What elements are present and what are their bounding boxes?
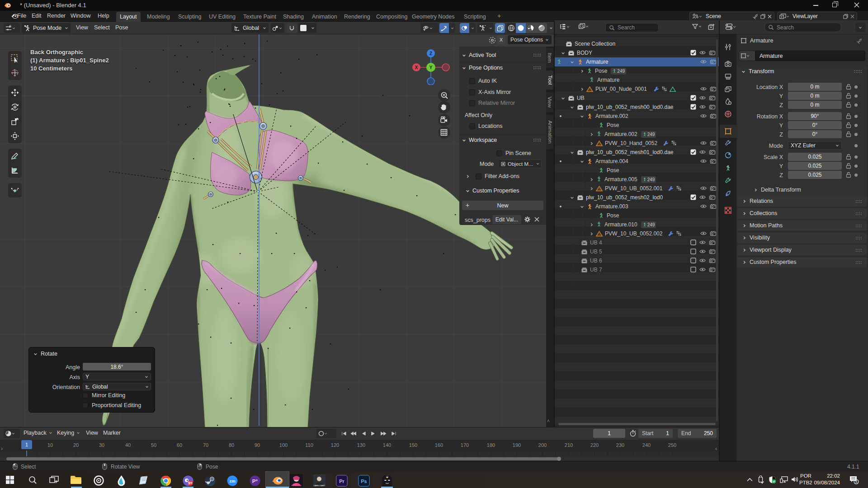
svg-text:DARK DIARY: DARK DIARY bbox=[314, 484, 326, 487]
svg-text:Pxx Browser: Pxx Browser bbox=[291, 484, 302, 487]
svg-text:zm: zm bbox=[229, 479, 235, 483]
svg-text:Z: Z bbox=[429, 51, 432, 56]
svg-text:P°: P° bbox=[252, 479, 258, 484]
svg-text:Pr: Pr bbox=[339, 479, 344, 484]
svg-text:9+: 9+ bbox=[188, 481, 193, 485]
svg-text:X: X bbox=[415, 65, 418, 70]
svg-text:5: 5 bbox=[855, 480, 858, 484]
svg-text:Y: Y bbox=[429, 65, 432, 70]
svg-text:Ps: Ps bbox=[361, 479, 367, 484]
